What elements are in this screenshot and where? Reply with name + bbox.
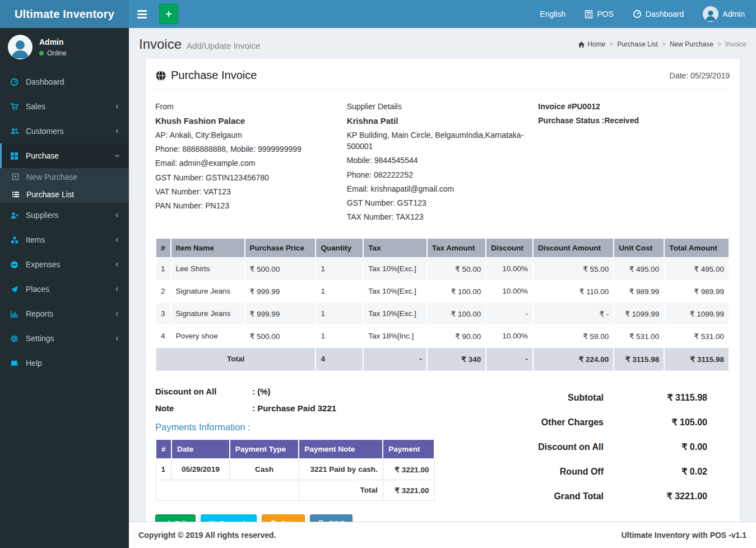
users-icon (10, 127, 26, 136)
purchase-status: Purchase Status :Received (538, 115, 720, 126)
add-button[interactable] (159, 4, 178, 24)
breadcrumb-separator: > (662, 40, 666, 48)
sidebar-menu: Dashboard Sales Customers Purchase (0, 69, 129, 375)
top-navbar: Ultimate Inventory English POS Dashboard (0, 0, 756, 28)
dashboard-gauge-icon (633, 10, 642, 18)
navbar-main: English POS Dashboard Admin (129, 0, 756, 28)
barcode-button[interactable]: Barcode (201, 514, 257, 522)
col-payment: Payment (383, 439, 434, 459)
sidebar-user-name: Admin (39, 38, 67, 47)
lower-left-column: Discount on All : (%) Note : Purchase Pa… (155, 387, 477, 522)
home-icon (578, 41, 585, 48)
nav-dashboard[interactable]: Dashboard (633, 10, 684, 18)
action-buttons: Edit Barcode Print (155, 514, 477, 522)
col-payment-note: Payment Note (299, 439, 383, 459)
invoice-info-columns: From Khush Fashion Palace AP: Ankali, Ci… (155, 101, 730, 225)
sidebar-item-sales[interactable]: Sales (0, 94, 129, 119)
edit-button[interactable]: Edit (155, 514, 196, 522)
col-tax: Tax (363, 238, 427, 258)
sidebar: Admin Online Dashboard Sales (0, 28, 129, 548)
cart-icon (10, 103, 26, 111)
col-discount: Discount (486, 238, 533, 258)
version-text: Ultimate Inventory with POS -v1.1 (622, 531, 746, 540)
divider (155, 89, 730, 90)
breadcrumb-new-purchase[interactable]: New Purchase (670, 40, 713, 48)
hamburger-icon (137, 10, 147, 12)
content-area: Invoice Add/Update Invoice Home > Purcha… (129, 28, 756, 522)
globe-icon (155, 70, 166, 81)
breadcrumb-current: Invoice (725, 40, 746, 48)
navbar-right-menu: English POS Dashboard Admin (540, 6, 756, 22)
payments-heading: Payments Information : (155, 422, 477, 433)
sidebar-avatar (8, 35, 33, 59)
invoice-lower-section: Discount on All : (%) Note : Purchase Pa… (155, 387, 730, 522)
minus-circle-icon (10, 261, 26, 269)
summary-other-charges: Other Charges ₹ 105.00 (477, 417, 707, 428)
sidebar-item-expenses[interactable]: Expenses (0, 252, 129, 277)
plus-square-icon (12, 173, 26, 180)
item-row: 3 Signature Jeans ₹ 999.99 1 Tax 10%[Exc… (156, 303, 729, 325)
col-payment-type: Payment Type (230, 439, 299, 459)
brand-logo[interactable]: Ultimate Inventory (0, 0, 129, 28)
chevron-left-icon (114, 310, 120, 317)
dashboard-icon (10, 78, 26, 86)
col-purchase-price: Purchase Price (245, 238, 316, 258)
sidebar-item-suppliers[interactable]: Suppliers (0, 203, 129, 227)
breadcrumb-separator: > (717, 40, 721, 48)
col-date: Date (171, 439, 230, 459)
invoice-card: Purchase Invoice Date: 05/29/2019 From K… (146, 59, 740, 522)
items-total-label: Total (156, 347, 316, 371)
print-button[interactable]: Print (262, 514, 305, 522)
brand-title: Ultimate Inventory (15, 8, 114, 21)
chevron-left-icon (114, 335, 120, 342)
nav-user-menu[interactable]: Admin (703, 6, 745, 22)
col-hash: # (156, 238, 171, 258)
payments-total-label: Total (299, 480, 383, 500)
sidebar-item-purchase-list[interactable]: Purchase List (0, 185, 129, 203)
sidebar-item-customers[interactable]: Customers (0, 119, 129, 143)
gear-icon (10, 335, 26, 343)
sidebar-item-settings[interactable]: Settings (0, 326, 129, 351)
supplier-block: Supplier Details Krishna Patil KP Buildi… (347, 101, 539, 225)
sidebar-item-purchase[interactable]: Purchase (0, 143, 129, 168)
summary-round-off: Round Off ₹ 0.02 (477, 466, 707, 477)
col-quantity: Quantity (316, 238, 363, 258)
chevron-left-icon (114, 286, 120, 292)
sidebar-item-items[interactable]: Items (0, 227, 129, 252)
sidebar-item-dashboard[interactable]: Dashboard (0, 69, 129, 94)
main-wrapper: Invoice Add/Update Invoice Home > Purcha… (129, 28, 756, 548)
summary-subtotal: Subtotal ₹ 3115.98 (477, 392, 707, 403)
breadcrumb: Home > Purchase List > New Purchase > In… (578, 40, 746, 48)
grid-icon (10, 152, 26, 160)
chevron-left-icon (114, 261, 120, 268)
invoice-meta-block: Invoice #PU0012 Purchase Status :Receive… (538, 101, 730, 225)
cubes-icon (10, 236, 26, 244)
user-plus-icon (10, 211, 26, 220)
calculator-icon (585, 10, 593, 18)
supplier-name: Krishna Patil (347, 115, 528, 127)
breadcrumb-home[interactable]: Home (578, 40, 605, 48)
sidebar-item-help[interactable]: Help (0, 351, 129, 375)
items-table: # Item Name Purchase Price Quantity Tax … (155, 238, 730, 371)
breadcrumb-separator: > (609, 40, 613, 48)
pdf-button[interactable]: PDF (310, 514, 353, 522)
book-icon (10, 359, 26, 368)
sidebar-toggle-button[interactable] (129, 0, 155, 28)
sidebar-item-reports[interactable]: Reports (0, 301, 129, 326)
payments-header-row: # Date Payment Type Payment Note Payment (156, 439, 434, 459)
online-status-dot (39, 51, 44, 55)
nav-language[interactable]: English (540, 10, 565, 18)
invoice-number: Invoice #PU0012 (538, 101, 720, 112)
breadcrumb-purchase-list[interactable]: Purchase List (617, 40, 658, 48)
nav-pos[interactable]: POS (585, 10, 614, 18)
sidebar-item-new-purchase[interactable]: New Purchase (0, 168, 129, 185)
sidebar-user-status: Online (39, 49, 67, 57)
sidebar-item-places[interactable]: Places (0, 277, 129, 301)
navbar-avatar (703, 6, 718, 22)
page-title: Invoice Add/Update Invoice (139, 36, 260, 52)
invoice-card-header: Purchase Invoice Date: 05/29/2019 (155, 69, 730, 82)
copyright-text: Copyright © 2019 All rights reserved. (138, 531, 276, 540)
chevron-down-icon (114, 152, 120, 159)
item-row: 1 Lee Shirts ₹ 500.00 1 Tax 10%[Exc.] ₹ … (156, 258, 729, 280)
col-tax-amount: Tax Amount (427, 238, 486, 258)
